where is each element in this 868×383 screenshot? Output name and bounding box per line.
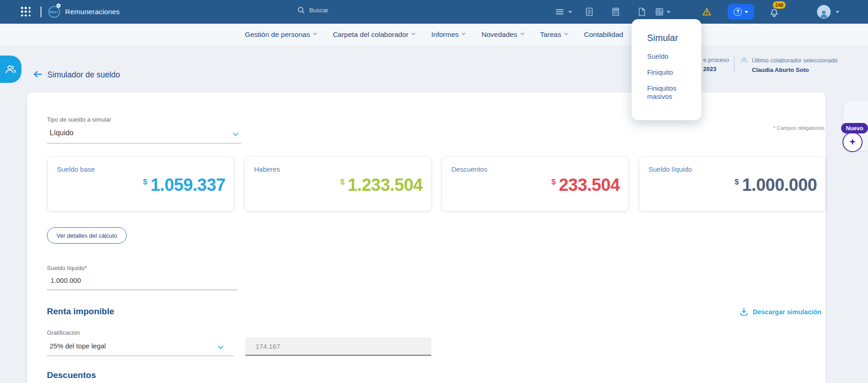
nav-tareas[interactable]: Tareas	[540, 31, 568, 39]
stat-number: 1.059.337	[150, 176, 225, 194]
last-collaborator-label: Último colaborador seleccionado	[752, 57, 838, 64]
chevron-down-icon	[462, 31, 465, 35]
gratificacion-value: 25% del tope legal	[47, 342, 234, 356]
stat-value: $1.000.000	[735, 176, 817, 194]
salary-type-label: Tipo de sueldo a simular	[47, 116, 111, 123]
liquid-salary-input[interactable]	[47, 275, 238, 290]
menu-item-finiquitos-masivos[interactable]: Finiquitos masivos	[647, 84, 696, 102]
person-icon	[818, 9, 829, 19]
menu-item-sueldo[interactable]: Sueldo	[647, 52, 696, 61]
stat-card-haberes: Haberes $1.233.504	[245, 157, 431, 211]
nav-novedades[interactable]: Novedades	[481, 31, 523, 39]
search-input[interactable]	[309, 7, 409, 14]
last-collaborator-info: Último colaborador seleccionado Claudia …	[740, 56, 838, 73]
notification-badge: 248	[773, 1, 786, 9]
simular-dropdown-menu: Simular Sueldo Finiquito Finiquitos masi…	[632, 19, 701, 120]
document-icon[interactable]	[584, 7, 594, 17]
operations-grid-caret-icon[interactable]	[667, 11, 670, 13]
currency-sign: $	[551, 178, 556, 187]
stat-value: $1.059.337	[143, 176, 225, 194]
search-bar[interactable]	[297, 6, 409, 14]
required-fields-note: * Campos obligatorios	[773, 125, 825, 131]
app-title: Remuneraciones	[65, 8, 120, 16]
menu-lines-caret-icon[interactable]	[568, 11, 572, 13]
process-value: 2023	[703, 66, 729, 72]
module-navbar: Gestión de personas Carpeta del colabora…	[0, 24, 868, 46]
gratificacion-amount-input[interactable]	[245, 337, 431, 355]
blank-page-icon[interactable]	[637, 7, 647, 17]
stat-label: Sueldo líquido	[648, 165, 816, 173]
salary-type-value: Líquido	[47, 129, 241, 143]
people-small-icon	[740, 56, 749, 65]
search-icon	[297, 6, 305, 14]
nuevo-badge: Nuevo	[841, 123, 868, 133]
stat-value: $233.504	[551, 176, 620, 194]
menu-item-finiquito[interactable]: Finiquito	[647, 68, 696, 77]
nav-label: Tareas	[540, 31, 562, 39]
app-grid-icon[interactable]	[21, 7, 31, 17]
avatar-caret-icon[interactable]	[836, 11, 839, 13]
descuentos-title: Descuentos	[47, 370, 96, 380]
header-divider	[734, 56, 735, 73]
stat-number: 1.233.504	[347, 176, 423, 194]
calculator-icon[interactable]	[611, 7, 621, 17]
stat-card-sueldo-base: Sueldo base $1.059.337	[48, 157, 234, 211]
currency-sign: $	[143, 178, 147, 187]
salary-type-select[interactable]: Líquido	[47, 129, 241, 143]
nav-label: Carpeta del colaborador	[333, 31, 408, 39]
nav-label: Informes	[431, 31, 459, 39]
gratificacion-amount-field	[245, 337, 431, 356]
process-info: e proceso 2023	[703, 56, 729, 72]
stat-value: $1.233.504	[340, 176, 423, 194]
last-collaborator-value: Claudia Aburto Soto	[752, 66, 838, 73]
avatar[interactable]	[817, 5, 831, 19]
nav-carpeta-del-colaborador[interactable]: Carpeta del colaborador	[333, 31, 415, 39]
stat-number: 233.504	[559, 176, 620, 194]
help-caret-icon	[745, 11, 748, 13]
operations-grid-icon[interactable]	[654, 7, 664, 17]
sparkle-icon	[848, 138, 857, 146]
nav-gestion-de-personas[interactable]: Gestión de personas	[245, 31, 317, 39]
chevron-down-icon	[313, 31, 317, 35]
page-title: Simulador de sueldo	[47, 70, 120, 80]
liquid-salary-label: Sueldo líquido*	[47, 265, 87, 271]
download-label: Descargar simulación	[753, 308, 822, 316]
gratificacion-select[interactable]: 25% del tope legal	[47, 342, 234, 356]
menu-lines-icon[interactable]	[555, 7, 565, 17]
chevron-down-icon	[564, 31, 568, 35]
stat-label: Descuentos	[451, 165, 619, 173]
assistant-button[interactable]	[842, 132, 863, 152]
people-side-tab[interactable]	[0, 56, 21, 83]
help-icon: ?	[734, 8, 742, 16]
stat-label: Haberes	[254, 165, 422, 173]
simulator-card: Tipo de sueldo a simular Líquido * Campo…	[27, 92, 826, 383]
stat-label: Sueldo base	[57, 165, 225, 173]
chevron-down-icon	[520, 31, 524, 35]
warning-icon[interactable]	[702, 7, 712, 17]
menu-title: Simular	[647, 33, 696, 43]
renta-imponible-title: Renta imponible	[47, 306, 114, 317]
gratificacion-label: Gratificación	[47, 329, 80, 336]
stat-card-sueldo-liquido: Sueldo líquido $1.000.000	[639, 157, 825, 211]
bell-icon[interactable]	[769, 8, 779, 18]
nav-label: Novedades	[481, 31, 517, 39]
process-label: e proceso	[703, 56, 729, 63]
back-arrow-icon[interactable]	[32, 69, 43, 80]
stat-card-descuentos: Descuentos $233.504	[442, 157, 628, 211]
chevron-down-icon	[412, 31, 415, 35]
nav-informes[interactable]: Informes	[431, 31, 465, 39]
topbar-divider	[41, 6, 41, 17]
nav-label: Contabilidad	[584, 31, 623, 39]
nav-contabilidad[interactable]: Contabilidad	[584, 31, 623, 39]
download-simulation-link[interactable]: Descargar simulación	[739, 307, 822, 317]
currency-sign: $	[735, 178, 739, 187]
currency-sign: $	[340, 178, 344, 187]
top-navbar: Rex+ n Remuneraciones ? 248	[0, 0, 868, 24]
stat-number: 1.000.000	[742, 176, 817, 194]
view-details-button[interactable]: Ver detalles del cálculo	[47, 227, 127, 244]
logo-notification-dot: n	[56, 4, 61, 8]
download-icon	[739, 307, 749, 317]
summary-cards: Sueldo base $1.059.337 Haberes $1.233.50…	[48, 157, 825, 211]
help-button[interactable]: ?	[728, 4, 754, 20]
nav-label: Gestión de personas	[245, 31, 310, 39]
